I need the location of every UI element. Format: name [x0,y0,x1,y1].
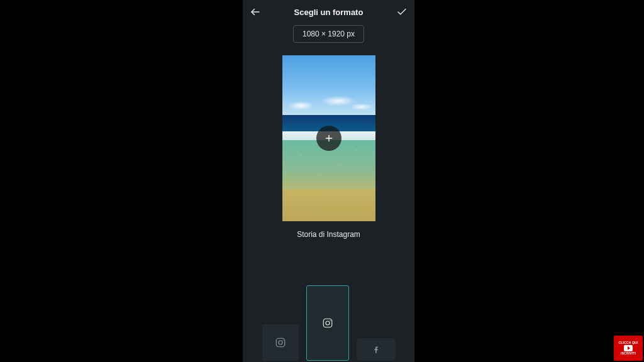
format-facebook-wide[interactable] [357,338,396,361]
add-media-button[interactable] [316,126,341,151]
subscribe-bottom-text: ISCRIVITI [621,352,636,355]
facebook-icon [372,345,380,354]
preview-clouds [282,92,375,115]
back-button[interactable] [249,6,262,18]
svg-point-5 [282,339,284,341]
preview-canvas [282,55,375,221]
preview-sand [282,190,375,221]
arrow-left-icon [250,6,261,18]
dimensions-selector[interactable]: 1080 × 1920 px [293,25,364,43]
dimensions-label: 1080 × 1920 px [303,30,355,38]
plus-icon [324,133,334,143]
instagram-icon [275,337,286,348]
check-icon [396,6,408,18]
header-bar: Scegli un formato [243,5,414,19]
format-instagram-square[interactable] [262,324,299,361]
subscribe-top-text: CLICCA QUI [619,341,638,344]
instagram-icon [322,317,333,329]
confirm-button[interactable] [396,6,408,18]
format-instagram-story[interactable] [306,285,349,361]
app-panel: Scegli un formato 1080 × 1920 px [243,0,414,362]
preview-label: Storia di Instagram [297,230,360,239]
svg-point-7 [326,321,330,325]
stage: Scegli un formato 1080 × 1920 px [0,0,644,362]
page-title: Scegli un formato [294,8,364,17]
svg-rect-3 [276,338,285,347]
svg-rect-6 [323,319,332,327]
svg-point-4 [279,341,282,344]
play-icon [624,345,633,351]
subscribe-badge[interactable]: CLICCA QUI ISCRIVITI [614,336,643,361]
svg-point-8 [330,320,331,321]
format-picker [243,283,414,362]
